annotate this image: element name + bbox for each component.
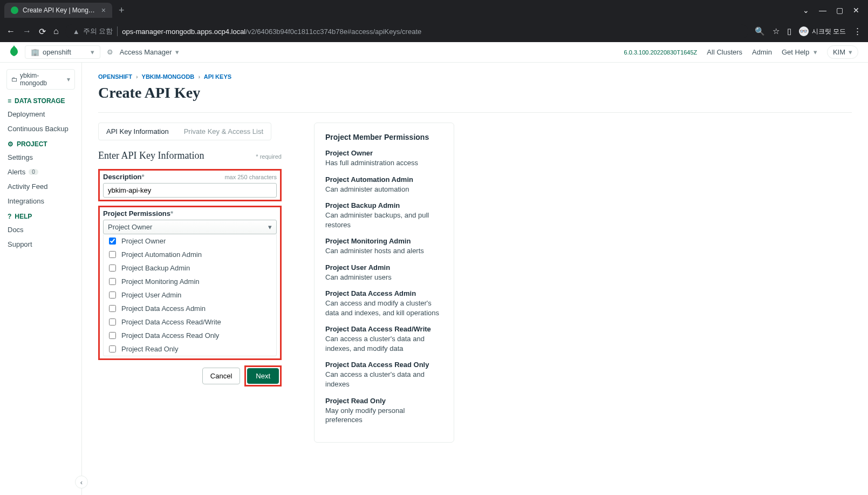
permission-def-desc: Can administer backups, and pull restore…	[325, 211, 443, 229]
panel-title: Project Member Permissions	[325, 133, 443, 141]
permission-option[interactable]: Project Monitoring Admin	[104, 275, 276, 288]
permission-label: Project Automation Admin	[121, 250, 202, 259]
all-clusters-link[interactable]: All Clusters	[707, 48, 742, 56]
browser-tab[interactable]: Create API Key | MongoDB Ops ×	[4, 3, 112, 18]
sidebar-section-project: ⚙ PROJECT	[0, 138, 81, 150]
permission-def-title: Project Data Access Read/Write	[325, 325, 443, 333]
sidebar-item-continuous-backup[interactable]: Continuous Backup	[0, 121, 81, 136]
app-header: 🏢 openshift ▾ ⚙ Access Manager ▾ 6.0.3.1…	[0, 42, 868, 63]
description-input[interactable]	[103, 183, 277, 198]
kebab-menu-icon[interactable]: ⋮	[853, 26, 862, 36]
permission-option[interactable]: Project Data Access Read/Write	[104, 315, 276, 329]
project-selector[interactable]: 🗀 ybkim-mongodb ▾	[6, 69, 75, 90]
wizard-tabs: API Key Information Private Key & Access…	[98, 123, 271, 140]
tab-private-key-access-list[interactable]: Private Key & Access List	[176, 123, 271, 140]
cancel-button[interactable]: Cancel	[202, 368, 240, 384]
permission-def-title: Project Backup Admin	[325, 201, 443, 209]
permission-checkbox[interactable]	[109, 332, 116, 339]
sidebar-item-settings[interactable]: Settings	[0, 150, 81, 165]
back-icon[interactable]: ←	[6, 26, 15, 36]
permission-option[interactable]: Project Data Access Read Only	[104, 329, 276, 342]
breadcrumb-org[interactable]: OPENSHIFT	[98, 73, 132, 80]
collapse-sidebar-button[interactable]: ‹	[75, 476, 88, 489]
admin-link[interactable]: Admin	[752, 48, 772, 56]
building-icon: 🏢	[31, 48, 39, 56]
permission-definition: Project Read OnlyMay only modify persona…	[325, 397, 443, 425]
permission-definition: Project OwnerHas full administration acc…	[325, 149, 443, 168]
org-selector[interactable]: 🏢 openshift ▾	[25, 45, 100, 59]
chevron-down-icon: ▾	[67, 76, 70, 83]
permission-checkbox[interactable]	[109, 318, 116, 326]
minimize-icon[interactable]: —	[819, 6, 826, 15]
tab-title: Create API Key | MongoDB Ops	[23, 6, 97, 14]
home-icon[interactable]: ⌂	[53, 26, 59, 36]
breadcrumb-project[interactable]: YBKIM-MONGODB	[142, 73, 195, 80]
sidebar-item-deployment[interactable]: Deployment	[0, 107, 81, 121]
permission-checkbox[interactable]	[109, 291, 116, 299]
url-warning-text: 주의 요함	[83, 26, 113, 36]
incognito-icon: 👓	[799, 26, 809, 36]
close-window-icon[interactable]: ✕	[853, 6, 859, 15]
forward-icon[interactable]: →	[23, 26, 31, 36]
permissions-info-panel: Project Member Permissions Project Owner…	[314, 123, 454, 443]
permission-option[interactable]: Project Read Only	[104, 342, 276, 356]
permission-definition: Project Automation AdminCan administer a…	[325, 175, 443, 194]
panel-icon[interactable]: ▯	[787, 26, 791, 36]
org-name: openshift	[43, 48, 71, 56]
sidebar-item-support[interactable]: Support	[0, 237, 81, 252]
permission-option[interactable]: Project User Admin	[104, 288, 276, 302]
permission-checkbox[interactable]	[109, 251, 116, 258]
tab-api-key-info[interactable]: API Key Information	[99, 123, 176, 140]
permission-option[interactable]: Project Backup Admin	[104, 261, 276, 275]
permission-def-desc: Can access a cluster's data and indexes,…	[325, 334, 443, 353]
permission-label: Project Data Access Read Only	[121, 331, 219, 340]
sidebar-item-alerts[interactable]: Alerts 0	[0, 165, 81, 179]
permission-label: Project User Admin	[121, 291, 181, 299]
permission-definition: Project Data Access AdminCan access and …	[325, 289, 443, 317]
permission-label: Project Monitoring Admin	[121, 277, 200, 286]
access-manager-menu[interactable]: Access Manager ▾	[120, 48, 179, 56]
permission-label: Project Read Only	[121, 345, 179, 353]
permission-option[interactable]: Project Automation Admin	[104, 248, 276, 261]
breadcrumb-section[interactable]: API KEYS	[204, 73, 231, 80]
gear-icon[interactable]: ⚙	[107, 48, 113, 56]
permission-checkbox[interactable]	[109, 278, 116, 285]
sidebar-section-help: ? HELP	[0, 211, 81, 222]
get-help-menu[interactable]: Get Help ▾	[782, 48, 817, 56]
star-icon[interactable]: ☆	[773, 26, 780, 36]
sidebar-item-activity-feed[interactable]: Activity Feed	[0, 179, 81, 194]
sidebar: 🗀 ybkim-mongodb ▾ ≡ DATA STORAGE Deploym…	[0, 63, 82, 495]
chevron-down-icon: ▾	[268, 223, 272, 231]
permission-definition: Project User AdminCan administer users	[325, 263, 443, 282]
chevron-down-icon[interactable]: ⌄	[803, 6, 809, 15]
next-button[interactable]: Next	[247, 368, 279, 384]
chevron-down-icon: ▾	[91, 48, 94, 56]
permission-checkbox[interactable]	[109, 265, 116, 272]
user-menu[interactable]: KIM ▾	[827, 45, 858, 59]
permission-checkbox[interactable]	[109, 345, 116, 352]
reload-icon[interactable]: ⟳	[39, 26, 46, 37]
page-title: Create API Key	[98, 84, 852, 101]
question-icon: ?	[8, 213, 11, 220]
breadcrumb: OPENSHIFT › YBKIM-MONGODB › API KEYS	[98, 73, 852, 80]
permission-checkbox[interactable]	[109, 238, 116, 245]
maximize-icon[interactable]: ▢	[836, 6, 843, 15]
permission-def-title: Project Owner	[325, 149, 443, 157]
description-hint: max 250 characters	[224, 174, 277, 180]
permissions-dropdown[interactable]: Project Owner ▾	[103, 220, 277, 234]
permission-option[interactable]: Project Data Access Admin	[104, 302, 276, 315]
close-tab-icon[interactable]: ×	[101, 6, 106, 15]
divider	[98, 112, 852, 113]
description-label: Description*	[103, 173, 145, 181]
permission-checkbox[interactable]	[109, 305, 116, 312]
permission-option[interactable]: Project Owner	[104, 234, 276, 248]
user-name: KIM	[833, 48, 845, 56]
mongodb-leaf-icon[interactable]	[10, 45, 18, 59]
sidebar-item-docs[interactable]: Docs	[0, 222, 81, 237]
sidebar-item-integrations[interactable]: Integrations	[0, 194, 81, 208]
url-bar[interactable]: ▲ 주의 요함 ops-manager-mongodb.apps.ocp4.lo…	[65, 24, 748, 38]
sidebar-section-data-storage: ≡ DATA STORAGE	[0, 95, 81, 107]
permission-label: Project Owner	[121, 237, 166, 245]
search-icon[interactable]: 🔍	[755, 26, 765, 36]
new-tab-button[interactable]: +	[119, 5, 125, 16]
